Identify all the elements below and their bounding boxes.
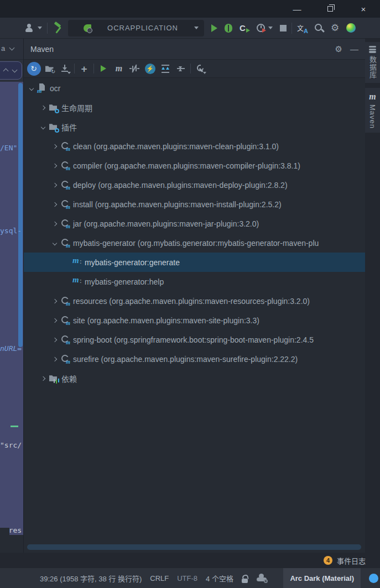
- plugin-icon: [60, 354, 70, 364]
- tree-row[interactable]: 生命周期: [24, 98, 366, 117]
- tree-row-label: site (org.apache.maven.plugins:maven-sit…: [73, 316, 259, 325]
- chevron-glyph: [29, 86, 34, 90]
- wrench-icon: [196, 64, 205, 73]
- tree-row-label: ocr: [50, 84, 60, 93]
- chevron-right-icon[interactable]: [50, 335, 59, 344]
- maven-settings-icon[interactable]: [192, 61, 208, 76]
- download-sources-icon[interactable]: [57, 61, 72, 76]
- chevron-right-icon[interactable]: [50, 297, 59, 306]
- editor-find-bar: a: [0, 39, 23, 60]
- chevron-down-icon[interactable]: [27, 84, 36, 93]
- user-icon[interactable]: [25, 24, 37, 33]
- chevron-right-icon[interactable]: [50, 316, 59, 325]
- chevron-right-icon[interactable]: [50, 161, 59, 170]
- chevron-down-icon[interactable]: [50, 239, 59, 248]
- indent-setting[interactable]: 4 个空格: [206, 573, 233, 584]
- expand-all-icon[interactable]: [158, 61, 173, 76]
- reimport-maven-icon[interactable]: ↻: [26, 61, 41, 76]
- chevron-down-icon[interactable]: [39, 123, 48, 132]
- tree-row[interactable]: ocr: [24, 78, 366, 98]
- chevron-down-icon[interactable]: [9, 45, 15, 51]
- tree-row[interactable]: jar (org.apache.maven.plugins:maven-jar-…: [24, 214, 366, 233]
- maven-toolbar: ↻ + m ⚡: [24, 60, 365, 78]
- folder-sync-icon: [45, 65, 54, 72]
- execute-goal-icon[interactable]: m: [111, 61, 127, 76]
- tree-row[interactable]: spring-boot (org.springframework.boot:sp…: [24, 330, 366, 349]
- editor-green-marker: [11, 426, 18, 427]
- chevron-right-icon[interactable]: [39, 103, 48, 112]
- chevron-glyph: [53, 298, 57, 303]
- coverage-icon[interactable]: C: [240, 23, 249, 33]
- profiler-caret[interactable]: [268, 27, 273, 29]
- run-configuration-select[interactable]: OCRAPPLICATION: [68, 20, 204, 36]
- tree-row[interactable]: install (org.apache.maven.plugins:maven-…: [24, 195, 366, 214]
- maven-m-icon: m: [369, 92, 376, 102]
- skip-tests-icon[interactable]: [127, 61, 142, 76]
- editor-code-fragment: /EN": [0, 144, 17, 152]
- tree-row[interactable]: compiler (org.apache.maven.plugins:maven…: [24, 156, 366, 175]
- plugin-icon: [60, 238, 70, 248]
- profiler-icon[interactable]: [257, 24, 265, 32]
- notification-dot-icon[interactable]: [369, 574, 378, 583]
- spring-boot-icon: [84, 24, 91, 32]
- chevron-right-icon[interactable]: [50, 200, 59, 209]
- sidebar-tab-label: Maven: [368, 104, 377, 129]
- tree-row[interactable]: 依赖: [24, 369, 366, 388]
- settings-sync-icon[interactable]: [257, 575, 267, 581]
- build-hammer-icon[interactable]: [53, 23, 64, 34]
- caret-position-info[interactable]: 39:26 (1958 字符, 38 行 换行符): [40, 573, 142, 584]
- run-build-icon[interactable]: [96, 61, 111, 76]
- chevron-right-icon[interactable]: [50, 219, 59, 228]
- tree-row[interactable]: resources (org.apache.maven.plugins:mave…: [24, 291, 366, 311]
- find-text-fragment: a: [1, 44, 5, 53]
- add-maven-project-icon[interactable]: +: [76, 61, 92, 76]
- tree-row[interactable]: mybatis-generator:generate: [24, 253, 366, 272]
- maven-tree: ocr生命周期插件clean (org.apache.maven.plugins…: [24, 78, 366, 553]
- sidebar-tab-maven[interactable]: m Maven: [365, 88, 380, 133]
- tree-row[interactable]: mybatis-generator (org.mybatis.generator…: [24, 233, 366, 253]
- horizontal-scrollbar[interactable]: [27, 544, 361, 550]
- settings-gear-icon[interactable]: ⚙: [331, 23, 339, 33]
- tree-row[interactable]: surefire (org.apache.maven.plugins:maven…: [24, 349, 366, 369]
- tree-row[interactable]: clean (org.apache.maven.plugins:maven-cl…: [24, 136, 366, 156]
- close-button[interactable]: ×: [347, 0, 380, 18]
- editor-find-nav: [0, 60, 23, 82]
- sidebar-tab-database[interactable]: 数据库: [365, 42, 380, 83]
- chevron-up-icon[interactable]: [3, 69, 9, 74]
- stop-icon[interactable]: [280, 25, 287, 32]
- chevron-right-icon[interactable]: [50, 142, 59, 151]
- plugin-icon: [60, 296, 70, 306]
- tree-row[interactable]: site (org.apache.maven.plugins:maven-sit…: [24, 311, 366, 330]
- theme-name[interactable]: Arc Dark (Material): [283, 568, 361, 588]
- panel-hide-icon[interactable]: —: [350, 44, 358, 54]
- chevron-down-icon[interactable]: [12, 67, 18, 73]
- line-separator[interactable]: CRLF: [150, 574, 169, 582]
- collapse-all-icon[interactable]: [173, 61, 189, 76]
- chevron-glyph: [53, 221, 57, 225]
- run-button[interactable]: [211, 24, 217, 32]
- file-encoding[interactable]: UTF-8: [177, 574, 197, 582]
- restore-button[interactable]: [314, 0, 347, 18]
- unlock-icon[interactable]: [242, 575, 248, 583]
- generate-sources-icon[interactable]: [41, 61, 57, 76]
- translate-icon[interactable]: 文: [297, 23, 307, 33]
- chevron-glyph: [53, 144, 57, 148]
- user-dropdown-caret[interactable]: [38, 27, 42, 29]
- offline-mode-icon[interactable]: ⚡: [142, 61, 158, 76]
- chevron-right-icon[interactable]: [50, 355, 59, 364]
- search-icon[interactable]: [314, 23, 324, 33]
- tree-row[interactable]: 插件: [24, 117, 366, 136]
- plugin-ball-icon[interactable]: [346, 23, 356, 33]
- chevron-right-icon[interactable]: [50, 181, 59, 190]
- debug-icon[interactable]: [225, 24, 232, 33]
- editor-scrollbar[interactable]: [18, 83, 23, 347]
- event-log-link[interactable]: 事件日志: [337, 555, 366, 566]
- tree-row[interactable]: deploy (org.apache.maven.plugins:maven-d…: [24, 175, 366, 195]
- tree-row[interactable]: mybatis-generator:help: [24, 272, 366, 291]
- editor-selected-text-area[interactable]: /EN"ysql-nURL="src/n/res: [0, 82, 23, 535]
- minimize-button[interactable]: —: [280, 0, 314, 18]
- tree-row-label: clean (org.apache.maven.plugins:maven-cl…: [73, 142, 279, 151]
- editor-bottom-gap: [0, 535, 23, 553]
- panel-gear-icon[interactable]: ⚙: [335, 44, 342, 54]
- chevron-right-icon[interactable]: [39, 374, 48, 383]
